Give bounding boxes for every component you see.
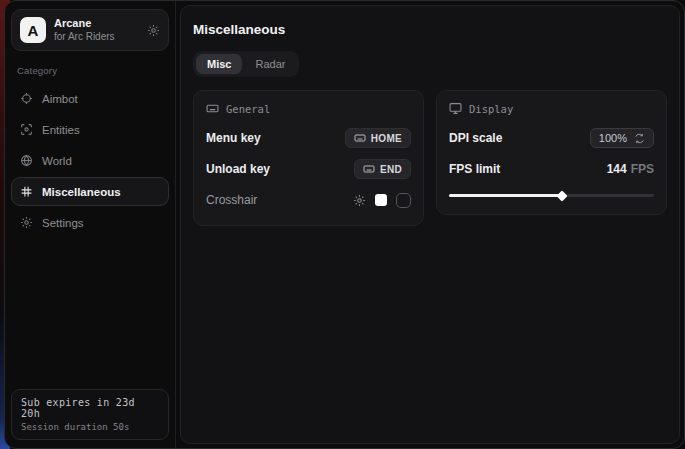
gear-icon: [20, 216, 33, 229]
crosshair-controls: [353, 193, 411, 208]
dpi-scale-label: DPI scale: [449, 131, 502, 145]
crosshair-label: Crosshair: [206, 193, 257, 207]
main-panel: Miscellaneous Misc Radar General: [180, 5, 680, 444]
session-duration-text: Session duration 50s: [21, 422, 159, 432]
general-card-title: General: [226, 103, 270, 115]
sidebar-item-label: Settings: [42, 217, 84, 229]
app-subtitle: for Arc Riders: [54, 31, 139, 44]
sidebar: A Arcane for Arc Riders Category: [5, 1, 176, 448]
tab-radar[interactable]: Radar: [244, 54, 296, 74]
fps-limit-slider[interactable]: [449, 189, 654, 201]
crosshair-color-swatch[interactable]: [375, 194, 387, 206]
general-card: General Menu key HOME Unload key: [193, 90, 424, 226]
crosshair-icon: [20, 92, 33, 105]
menu-key-label: Menu key: [206, 131, 261, 145]
gear-icon[interactable]: [147, 24, 160, 37]
sidebar-item-label: World: [42, 155, 72, 167]
fps-limit-value: 144FPS: [607, 162, 654, 176]
page-title: Miscellaneous: [193, 22, 667, 37]
cycle-icon: [634, 133, 645, 144]
keyboard-icon: [206, 102, 219, 115]
app-logo: A: [20, 17, 46, 43]
menu-key-value: HOME: [371, 133, 402, 144]
unload-key-label: Unload key: [206, 162, 270, 176]
sidebar-item-aimbot[interactable]: Aimbot: [11, 84, 169, 113]
app-name: Arcane: [54, 17, 139, 31]
dpi-scale-row: DPI scale 100%: [449, 126, 654, 150]
unload-key-button[interactable]: END: [354, 159, 411, 179]
slider-fill: [449, 194, 562, 197]
subscription-card: Sub expires in 23d 20h Session duration …: [11, 389, 169, 440]
dpi-scale-value: 100%: [599, 132, 627, 144]
unload-key-row: Unload key END: [206, 157, 411, 181]
fps-number: 144: [607, 162, 627, 176]
sidebar-item-label: Miscellaneous: [42, 186, 121, 198]
gear-icon[interactable]: [353, 194, 366, 207]
display-card-header: Display: [449, 102, 654, 115]
tab-misc[interactable]: Misc: [196, 54, 242, 74]
display-card: Display DPI scale 100%: [436, 90, 667, 215]
keyboard-icon: [363, 163, 375, 175]
keyboard-icon: [354, 132, 366, 144]
app-title-block: Arcane for Arc Riders: [54, 17, 139, 43]
sidebar-item-settings[interactable]: Settings: [11, 208, 169, 237]
grid-icon: [20, 185, 33, 198]
sidebar-item-label: Aimbot: [42, 93, 78, 105]
globe-icon: [20, 154, 33, 167]
scan-icon: [20, 123, 33, 136]
crosshair-checkbox[interactable]: [396, 193, 411, 208]
monitor-icon: [449, 102, 462, 115]
app-window: A Arcane for Arc Riders Category: [4, 0, 685, 449]
fps-unit: FPS: [631, 162, 654, 176]
menu-key-row: Menu key HOME: [206, 126, 411, 150]
display-card-title: Display: [469, 103, 513, 115]
fps-limit-label: FPS limit: [449, 162, 500, 176]
fps-limit-row: FPS limit 144FPS: [449, 157, 654, 181]
unload-key-value: END: [380, 164, 402, 175]
general-card-header: General: [206, 102, 411, 115]
category-label: Category: [17, 65, 163, 76]
tab-bar: Misc Radar: [193, 51, 299, 77]
menu-key-button[interactable]: HOME: [345, 128, 411, 148]
cards-row: General Menu key HOME Unload key: [193, 90, 667, 226]
dpi-scale-select[interactable]: 100%: [590, 128, 654, 148]
app-header-card: A Arcane for Arc Riders: [11, 9, 169, 51]
sidebar-item-world[interactable]: World: [11, 146, 169, 175]
sub-expires-text: Sub expires in 23d 20h: [21, 397, 159, 419]
sidebar-item-miscellaneous[interactable]: Miscellaneous: [11, 177, 169, 206]
crosshair-row: Crosshair: [206, 188, 411, 212]
slider-thumb[interactable]: [556, 190, 567, 201]
sidebar-item-label: Entities: [42, 124, 80, 136]
sidebar-nav: Aimbot Entities World: [11, 84, 169, 237]
sidebar-item-entities[interactable]: Entities: [11, 115, 169, 144]
